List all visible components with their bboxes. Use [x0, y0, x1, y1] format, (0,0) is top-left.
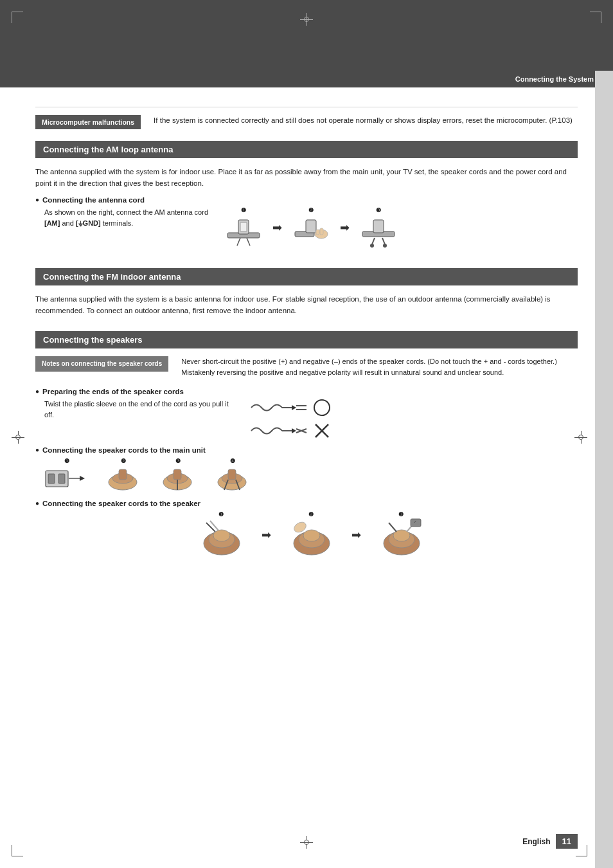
- am-step2: ❷: [292, 207, 330, 249]
- crosshair-bottom: [300, 836, 313, 849]
- svg-line-4: [247, 238, 250, 246]
- speaker-cord-bad-svg: [250, 422, 308, 440]
- speaker-notes-text: Never short-circuit the positive (+) and…: [181, 356, 578, 379]
- section-am-header: Connecting the AM loop antenna: [35, 141, 578, 158]
- speaker-bullet1-heading: Preparing the ends of the speaker cords: [35, 388, 578, 395]
- corner-mark-tr: [590, 12, 601, 23]
- svg-rect-8: [316, 230, 319, 235]
- svg-line-3: [237, 238, 240, 246]
- page-header-bar: Connecting the System: [0, 71, 613, 87]
- speaker-main-unit-diagram: ❶ ❷: [44, 458, 578, 493]
- speaker-mu-step3: ❸: [157, 458, 199, 493]
- speaker-sp-step1: ❶: [197, 511, 245, 559]
- corner-mark-tl: [12, 12, 23, 23]
- am-step2-svg: [292, 213, 330, 249]
- top-header-band: [0, 0, 613, 71]
- section-fm-header: Connecting the FM indoor antenna: [35, 268, 578, 285]
- microcomputer-label: Microcomputer malfunctions: [35, 115, 141, 129]
- am-bullet1-heading: Connecting the antenna cord: [35, 196, 578, 204]
- speaker-notes-label: Notes on connecting the speaker cords: [35, 356, 168, 372]
- speaker-sp-step3-svg: [377, 518, 425, 559]
- speaker-notes-row: Notes on connecting the speaker cords Ne…: [35, 356, 578, 379]
- speaker-sp-step1-svg: [197, 518, 245, 559]
- svg-rect-29: [58, 474, 65, 484]
- svg-rect-58: [411, 519, 421, 527]
- sp-arrow2: ➡: [351, 528, 361, 542]
- svg-marker-22: [292, 428, 296, 433]
- am-arrow2: ➡: [340, 221, 350, 235]
- am-antenna-diagram: ❶ ➡ ❷: [224, 207, 398, 249]
- speaker-mu-step1: ❶: [44, 458, 89, 493]
- svg-rect-6: [306, 220, 316, 233]
- crosshair-top: [300, 13, 313, 26]
- am-bullet1-body: As shown on the right, connect the AM an…: [44, 207, 211, 230]
- svg-rect-37: [173, 469, 181, 480]
- svg-point-15: [383, 244, 387, 248]
- am-arrow1: ➡: [272, 221, 282, 235]
- speaker-sp-step3: ❸: [377, 511, 425, 559]
- svg-point-20: [314, 400, 330, 415]
- speaker-cord-ok-svg: [250, 399, 308, 417]
- language-label: English: [522, 837, 550, 846]
- top-rule: [35, 107, 578, 107]
- speaker-mu-step2-svg: [102, 464, 144, 493]
- speaker-sp-step2: ❷: [287, 511, 335, 559]
- speaker-bullet3-heading: Connecting the speaker cords to the spea…: [35, 500, 578, 507]
- page-footer: English 11: [522, 834, 578, 849]
- x-mark-svg: [313, 422, 331, 440]
- speaker-mu-step1-svg: [44, 464, 89, 493]
- am-step1: ❶: [224, 207, 263, 249]
- microcomputer-text: If the system is connected correctly and…: [154, 115, 578, 126]
- section-speakers: Connecting the speakers Notes on connect…: [35, 331, 578, 559]
- speaker-cord-bad-row: [250, 422, 331, 440]
- svg-marker-31: [80, 476, 85, 481]
- speaker-bullet2-heading: Connecting the speaker cords to the main…: [35, 446, 578, 454]
- svg-rect-41: [228, 469, 236, 480]
- corner-mark-br: [576, 845, 587, 856]
- section-am: Connecting the AM loop antenna The anten…: [35, 141, 578, 254]
- speaker-mu-step2: ❷: [102, 458, 144, 493]
- speaker-sp-step2-svg: [287, 518, 335, 559]
- svg-point-14: [370, 244, 374, 248]
- microcomputer-info-row: Microcomputer malfunctions If the system…: [35, 115, 578, 129]
- sp-arrow1: ➡: [262, 528, 271, 542]
- svg-rect-28: [48, 474, 55, 484]
- speaker-mu-step4-svg: [211, 464, 253, 493]
- ok-circle-svg: [313, 399, 331, 417]
- corner-mark-bl: [12, 845, 23, 856]
- svg-point-46: [213, 530, 230, 541]
- svg-line-48: [210, 521, 218, 530]
- section-speakers-header: Connecting the speakers: [35, 331, 578, 348]
- speaker-mu-step4: ❹: [211, 458, 253, 493]
- page-title: Connecting the System: [515, 75, 594, 83]
- svg-rect-2: [240, 222, 247, 231]
- section-am-body: The antenna supplied with the system is …: [35, 166, 578, 190]
- svg-rect-11: [373, 220, 384, 233]
- section-fm-body: The antenna supplied with the system is …: [35, 293, 578, 317]
- svg-point-51: [303, 530, 320, 541]
- svg-line-56: [389, 523, 396, 532]
- am-step3: ❸: [359, 207, 398, 249]
- page-number: 11: [556, 834, 578, 849]
- svg-line-12: [372, 238, 375, 244]
- svg-rect-34: [119, 469, 127, 480]
- speaker-speaker-diagram: ❶ ➡ ❷: [44, 511, 578, 559]
- speaker-mu-step3-svg: [157, 464, 199, 493]
- section-fm: Connecting the FM indoor antenna The ant…: [35, 268, 578, 317]
- speaker-bullet1-body: Twist the plastic sleeve on the end of t…: [44, 399, 237, 421]
- am-step3-svg: [359, 213, 398, 249]
- svg-marker-17: [292, 405, 296, 410]
- svg-line-13: [382, 238, 385, 244]
- speaker-cord-ok-row: [250, 399, 331, 417]
- svg-line-47: [206, 523, 215, 532]
- am-step1-svg: [224, 213, 263, 249]
- svg-rect-9: [320, 228, 323, 235]
- main-content: Microcomputer malfunctions If the system…: [0, 87, 613, 599]
